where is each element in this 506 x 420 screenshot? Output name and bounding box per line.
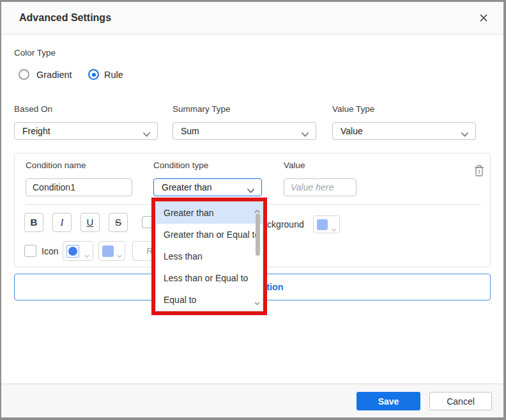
summary-type-select[interactable]: Sum <box>172 122 316 140</box>
condition-type-value: Greater than <box>162 179 212 196</box>
dropdown-scrollbar[interactable] <box>254 203 261 309</box>
radio-rule-label[interactable]: Rule <box>104 70 123 80</box>
dropdown-item-greater-than[interactable]: Greater than <box>156 202 263 224</box>
based-on-value: Freight <box>22 123 50 139</box>
cancel-button[interactable]: Cancel <box>429 392 492 410</box>
strikethrough-button[interactable]: S <box>109 213 128 232</box>
save-button[interactable]: Save <box>356 392 420 410</box>
underline-button[interactable]: U <box>80 213 100 232</box>
scrollbar-thumb[interactable] <box>256 214 260 256</box>
dropdown-item-less-than-or-equal-to[interactable]: Less than or Equal to <box>156 267 263 289</box>
chevron-down-icon <box>142 128 151 140</box>
condition-type-label: Condition type <box>153 160 208 170</box>
radio-gradient-label[interactable]: Gradient <box>36 70 72 80</box>
dropdown-item-equal-to[interactable]: Equal to <box>156 289 263 311</box>
chevron-down-icon <box>84 249 89 261</box>
dialog-title: Advanced Settings <box>19 2 111 34</box>
radio-rule[interactable] <box>88 69 99 80</box>
italic-button[interactable]: I <box>52 213 72 232</box>
chevron-down-icon <box>247 185 255 196</box>
condition-value-input[interactable] <box>284 178 356 196</box>
value-type-value: Value <box>341 123 363 139</box>
icon-shape-preview-box <box>66 245 79 258</box>
condition-name-label: Condition name <box>26 160 86 170</box>
font-color-checkbox[interactable] <box>142 216 154 228</box>
close-icon[interactable] <box>478 12 489 24</box>
chevron-down-icon <box>301 128 309 140</box>
scroll-down-icon[interactable] <box>254 297 260 308</box>
background-color-swatch <box>317 219 328 230</box>
chevron-down-icon <box>332 223 337 235</box>
condition-type-dropdown-list: Greater than Greater than or Equal to Le… <box>155 201 263 311</box>
value-type-select[interactable]: Value <box>332 122 476 140</box>
chevron-down-icon <box>461 128 469 140</box>
icon-shape-picker[interactable] <box>63 241 93 261</box>
chevron-down-icon <box>117 249 122 261</box>
condition-type-select[interactable]: Greater than <box>153 178 262 196</box>
circle-shape-icon <box>68 247 77 256</box>
dropdown-item-less-than[interactable]: Less than <box>156 245 263 267</box>
icon-color-picker[interactable] <box>98 241 125 261</box>
summary-type-value: Sum <box>181 123 199 139</box>
radio-gradient[interactable] <box>19 69 29 80</box>
icon-checkbox-label[interactable]: Icon <box>42 246 58 256</box>
condition-value-label: Value <box>284 160 305 170</box>
dialog-footer <box>1 384 503 417</box>
advanced-settings-dialog: Advanced Settings Color Type Gradient Ru… <box>1 2 503 417</box>
based-on-select[interactable]: Freight <box>14 122 158 140</box>
delete-condition-icon[interactable] <box>473 164 485 180</box>
screenshot-frame: Advanced Settings Color Type Gradient Ru… <box>0 0 506 420</box>
summary-type-label: Summary Type <box>172 104 231 114</box>
condition-name-input[interactable] <box>26 178 132 196</box>
bold-button[interactable]: B <box>24 213 43 232</box>
value-type-label: Value Type <box>332 104 374 114</box>
based-on-label: Based On <box>14 104 52 114</box>
icon-checkbox[interactable] <box>24 245 36 257</box>
background-label: Background <box>256 219 304 229</box>
color-type-label: Color Type <box>14 48 56 58</box>
dialog-header: Advanced Settings <box>1 2 503 35</box>
icon-color-swatch <box>102 245 114 257</box>
dropdown-item-greater-than-or-equal-to[interactable]: Greater than or Equal to <box>156 224 263 245</box>
background-color-picker[interactable] <box>313 215 340 233</box>
